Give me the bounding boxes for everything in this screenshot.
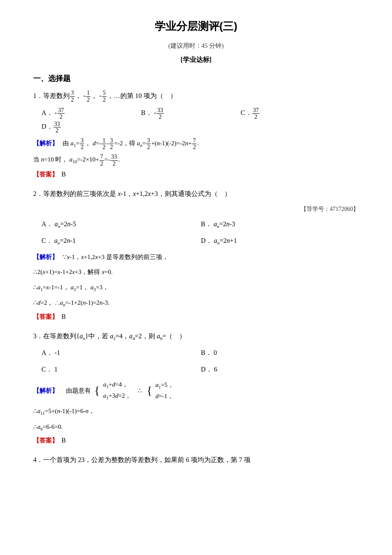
q2-daohao: 【导学号：47172060】: [33, 204, 359, 214]
question-3: 3．在等差数列{an}中，若 a2=4，a4=2，则 a6=（ ） A． -1 …: [33, 330, 359, 447]
q1-text: 1．等差数列32， -12， -52，…的第 10 项为（ ）: [33, 89, 359, 103]
q2-options: A． an=2n-5 B． an=2n-3: [33, 218, 359, 231]
q1-answer: 【答案】 B: [33, 169, 359, 181]
q1-jiexi: 【解析】 由 a1=32， d=-12-32=-2，得 an=32+(n-1)(…: [33, 137, 359, 151]
q3-option-c: C． 1: [41, 363, 184, 376]
q4-text: 4．一个首项为 23，公差为整数的等差数列，如果前 6 项均为正数，第 7 项: [33, 453, 359, 467]
section1-title: 一、选择题: [33, 72, 359, 85]
q2-jiexi4: ∴d=2， ∴an=-1+2(n-1)=2n-3.: [33, 297, 359, 309]
q3-option-a: A． -1: [41, 346, 184, 359]
q3-option-d: D． 6: [201, 363, 343, 376]
q1-option-d: D．332: [41, 120, 124, 134]
q2-option-d: D． an=2n+1: [201, 234, 343, 247]
q3-jiexi2: ∴a11=5+(n-1)(-1)=6-n，: [33, 405, 359, 418]
q3-options: A． -1 B． 0: [33, 346, 359, 359]
q2-text: 2．等差数列的前三项依次是 x-1，x+1,2x+3，则其通项公式为（ ）: [33, 187, 359, 200]
q3-option-b: B． 0: [201, 346, 343, 359]
q1-jiexi2: 当 n=10 时， a10=-2×10+72=-332.: [33, 154, 359, 167]
question-1: 1．等差数列32， -12， -52，…的第 10 项为（ ） A． -372 …: [33, 89, 359, 181]
q1-option-c: C．372: [241, 106, 324, 120]
q2-jiexi3: ∴a1=x-1=-1， a2=1， a3=3，: [33, 281, 359, 294]
section-label: [学业达标]: [33, 54, 359, 66]
q2-option-a: A． an=2n-5: [41, 218, 184, 231]
page-title: 学业分层测评(三): [33, 17, 359, 36]
q2-jiexi2: ∴2(x+1)=x-1+2x+3，解得 x=0.: [33, 266, 359, 278]
q2-answer: 【答案】 B: [33, 311, 359, 323]
q3-answer: 【答案】 B: [33, 435, 359, 447]
question-4: 4．一个首项为 23，公差为整数的等差数列，如果前 6 项均为正数，第 7 项: [33, 453, 359, 467]
q2-jiexi: 【解析】 ∵x-1，x+1,2x+3 是等差数列的前三项，: [33, 251, 359, 263]
q2-option-b: B． an=2n-3: [201, 218, 343, 231]
q1-option-b: B． -332: [141, 106, 224, 120]
q3-options2: C． 1 D． 6: [33, 363, 359, 376]
q1-option-a: A． -372: [41, 106, 124, 120]
q3-jiexi: 【解析】 由题意有 { a1+d=4， a1+3d=2， ∴ { a1=5， d…: [33, 379, 359, 401]
question-2: 2．等差数列的前三项依次是 x-1，x+1,2x+3，则其通项公式为（ ） 【导…: [33, 187, 359, 323]
q2-option-c: C． an=2n-1: [41, 234, 184, 247]
q1-options: A． -372 B． -332 C．372 D．332: [33, 106, 359, 134]
q2-options2: C． an=2n-1 D． an=2n+1: [33, 234, 359, 247]
q3-jiexi3: ∴a6=6-6=0.: [33, 421, 359, 433]
q3-text: 3．在等差数列{an}中，若 a2=4，a4=2，则 a6=（ ）: [33, 330, 359, 343]
subtitle: (建议用时：45 分钟): [33, 40, 359, 51]
